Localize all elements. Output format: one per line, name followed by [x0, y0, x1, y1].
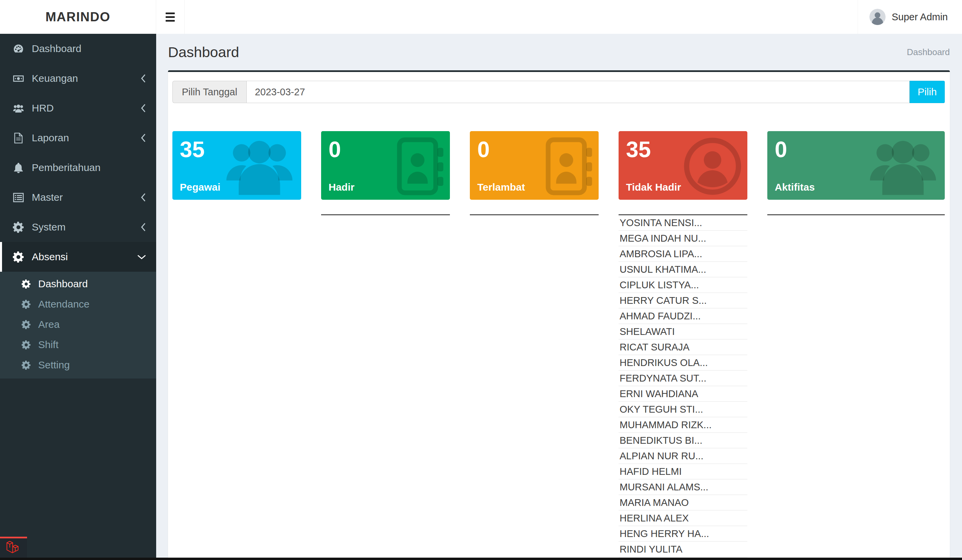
- sidebar-subitem-shift[interactable]: Shift: [0, 334, 156, 355]
- absent-employee-name: OKY TEGUH STI...: [618, 402, 747, 417]
- stat-box-hadir: 0 Hadir: [321, 131, 450, 200]
- stat-box-tidak-hadir: 35 Tidak Hadir: [618, 131, 747, 200]
- lists-row: YOSINTA NENSI... MEGA INDAH NU... AMBROS…: [173, 200, 945, 557]
- gear-icon: [13, 222, 32, 233]
- sidebar-item-keuangan[interactable]: Keuangan: [0, 63, 156, 93]
- absent-employee-name: HAFID HELMI: [618, 464, 747, 479]
- sidebar-menu: Dashboard Keuangan HRD Laporan: [0, 34, 156, 272]
- absent-employee-name: MUHAMMAD RIZK...: [618, 417, 747, 433]
- date-filter-group: Pilih Tanggal Pilih: [173, 81, 945, 103]
- debugbar-bottom-strip[interactable]: [0, 558, 962, 560]
- absent-employee-name: FERDYNATA SUT...: [618, 371, 747, 386]
- stat-label: Aktifitas: [775, 181, 815, 193]
- chevron-left-icon: [140, 74, 146, 83]
- aktifitas-list-empty: [767, 200, 945, 557]
- stat-box-pegawai: 35 Pegawai: [173, 131, 301, 200]
- sidebar-item-label: Pemberitahuan: [32, 162, 146, 173]
- user-name: Super Admin: [892, 11, 948, 23]
- sidebar-item-pemberitahuan[interactable]: Pemberitahuan: [0, 153, 156, 182]
- sidebar-item-label: HRD: [32, 102, 140, 114]
- sidebar-subitem-area[interactable]: Area: [0, 314, 156, 334]
- sidebar-item-label: Dashboard: [32, 43, 146, 55]
- date-input[interactable]: [246, 81, 910, 103]
- sidebar-item-laporan[interactable]: Laporan: [0, 123, 156, 153]
- absent-employee-name: CIPLUK LISTYA...: [618, 278, 747, 293]
- absensi-submenu: Dashboard Attendance Area Shift Setting: [0, 272, 156, 379]
- sidebar-item-label: Keuangan: [32, 73, 140, 84]
- sidebar-subitem-label: Setting: [38, 359, 69, 371]
- sidebar-item-absensi[interactable]: Absensi: [0, 242, 156, 272]
- user-circle-icon: [683, 137, 742, 196]
- address-book-icon: [545, 137, 593, 196]
- absent-employee-name: SHELAWATI: [618, 324, 747, 340]
- stat-box-terlambat: 0 Terlambat: [470, 131, 599, 200]
- hadir-list-empty: [321, 200, 450, 557]
- page-title: Dashboard: [168, 44, 239, 60]
- sidebar-subitem-attendance[interactable]: Attendance: [0, 294, 156, 314]
- absent-employee-name: AHMAD FAUDZI...: [618, 308, 747, 324]
- terlambat-list-empty: [470, 200, 599, 557]
- gear-icon: [22, 279, 31, 289]
- pegawai-list-placeholder: [173, 200, 301, 557]
- stat-label: Tidak Hadir: [626, 181, 681, 193]
- sidebar-item-hrd[interactable]: HRD: [0, 93, 156, 123]
- gear-icon: [13, 252, 32, 263]
- sidebar-item-label: Laporan: [32, 132, 140, 144]
- sidebar: Dashboard Keuangan HRD Laporan: [0, 34, 156, 560]
- stat-label: Terlambat: [477, 181, 525, 193]
- breadcrumb[interactable]: Dashboard: [907, 47, 950, 58]
- sidebar-item-label: Master: [32, 192, 140, 203]
- chevron-left-icon: [140, 104, 146, 113]
- absent-employee-name: RINDI YULITA: [618, 542, 747, 557]
- absent-employee-name: ALPIAN NUR RU...: [618, 449, 747, 464]
- sidebar-subitem-setting[interactable]: Setting: [0, 355, 156, 375]
- absent-employee-name: HERRY CATUR S...: [618, 293, 747, 308]
- users-icon: [13, 103, 32, 114]
- absent-employee-name: YOSINTA NENSI...: [618, 215, 747, 231]
- user-avatar: [869, 9, 886, 25]
- absent-employee-name: HENG HERRY HA...: [618, 526, 747, 542]
- chevron-left-icon: [140, 134, 146, 142]
- money-icon: [13, 73, 32, 84]
- sidebar-subitem-label: Shift: [38, 339, 58, 350]
- absent-employee-name: RICAT SURAJA: [618, 340, 747, 355]
- sidebar-item-master[interactable]: Master: [0, 182, 156, 212]
- address-book-icon: [397, 137, 444, 196]
- users-big-icon: [223, 137, 296, 196]
- absent-employee-name: MURSANI ALAMS...: [618, 479, 747, 495]
- chevron-down-icon: [137, 254, 146, 260]
- bell-icon: [13, 162, 32, 173]
- main-content: Dashboard Dashboard Pilih Tanggal Pilih …: [156, 34, 962, 560]
- user-menu[interactable]: Super Admin: [857, 0, 962, 34]
- absent-employee-name: HERLINA ALEX: [618, 511, 747, 526]
- brand-logo[interactable]: MARINDO: [0, 0, 156, 34]
- absent-employee-name: BENEDIKTUS BI...: [618, 433, 747, 449]
- chevron-left-icon: [140, 193, 146, 202]
- gear-icon: [22, 361, 31, 370]
- stat-label: Pegawai: [180, 181, 220, 193]
- file-icon: [13, 132, 32, 144]
- sidebar-item-system[interactable]: System: [0, 212, 156, 242]
- absent-employee-name: USNUL KHATIMA...: [618, 262, 747, 278]
- gear-icon: [22, 300, 31, 309]
- content-header: Dashboard Dashboard: [168, 43, 950, 61]
- top-navbar: MARINDO Super Admin: [0, 0, 962, 34]
- sidebar-toggle-button[interactable]: [156, 0, 184, 34]
- sidebar-item-dashboard[interactable]: Dashboard: [0, 34, 156, 63]
- laravel-icon: [6, 541, 21, 556]
- sidebar-subitem-dashboard[interactable]: Dashboard: [0, 274, 156, 294]
- sidebar-subitem-label: Attendance: [38, 299, 90, 310]
- list-icon: [13, 192, 32, 203]
- absent-employee-name: MEGA INDAH NU...: [618, 231, 747, 246]
- chevron-left-icon: [140, 223, 146, 231]
- sidebar-item-label: Absensi: [32, 251, 137, 263]
- date-submit-button[interactable]: Pilih: [910, 81, 945, 103]
- hamburger-icon: [166, 13, 175, 14]
- laravel-debugbar-button[interactable]: [0, 537, 27, 558]
- stats-row: 35 Pegawai 0 Hadir 0 Terlambat 3: [173, 131, 945, 200]
- absent-employee-name: ERNI WAHDIANA: [618, 386, 747, 402]
- gear-icon: [22, 341, 31, 349]
- person-avatar-icon: [869, 9, 886, 25]
- absent-employee-name: HENDRIKUS OLA...: [618, 355, 747, 371]
- users-big-icon: [867, 137, 939, 196]
